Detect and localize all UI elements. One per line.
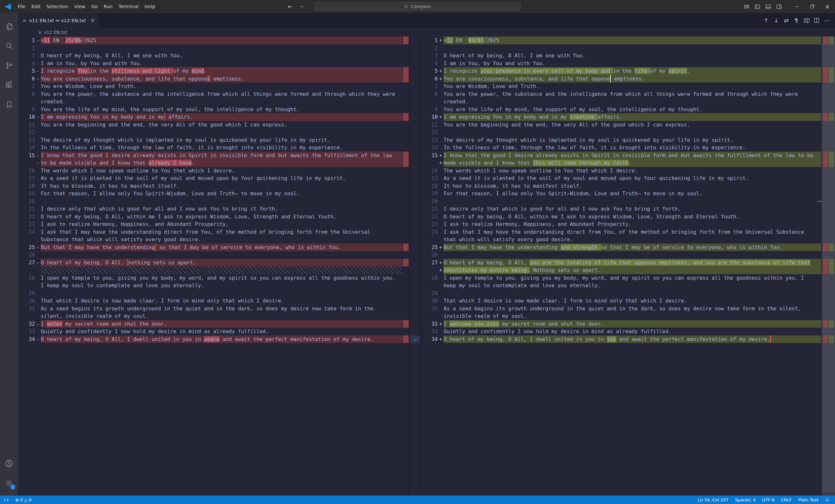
extensions-icon[interactable] <box>2 77 16 93</box>
code-line-text[interactable]: I ask to realize Harmony, Happiness, and… <box>444 220 821 228</box>
code-line[interactable]: 25-But that I may have the understanding… <box>18 244 409 251</box>
code-line[interactable]: 17As a seed it is planted in the soil of… <box>18 174 409 182</box>
toggle-panel-icon[interactable] <box>763 0 774 13</box>
code-line-text[interactable]: I am expressing You in my body and in my… <box>444 113 821 121</box>
code-line[interactable]: 13The desire of my thought which is impl… <box>18 136 409 144</box>
diff-filler-row[interactable] <box>18 266 409 274</box>
code-line[interactable]: 22O heart of my being, O All, within me … <box>421 213 835 221</box>
code-line[interactable]: 20 <box>421 197 835 205</box>
code-line[interactable]: 10+I am expressing You in my body and in… <box>421 113 835 121</box>
code-line[interactable]: 8You are the power, the substance and th… <box>18 90 409 98</box>
code-line-text[interactable]: Quietly and confidently I now hold my de… <box>444 328 821 335</box>
code-line-text[interactable]: The words which I now speak outline to Y… <box>41 167 402 175</box>
code-line-text[interactable]: I keep my soul to contemplate and love y… <box>41 282 402 290</box>
code-line-text[interactable]: You are Wisdom, Love and Truth. <box>444 83 821 90</box>
overview-ruler-original[interactable] <box>403 37 409 496</box>
code-line-text[interactable]: O heart of my being, O All, within me I … <box>444 213 821 221</box>
whitespace-icon[interactable]: ¶ <box>791 15 801 25</box>
code-line[interactable]: 14In the fullness of time, through the l… <box>421 144 835 152</box>
code-line-text[interactable] <box>444 128 821 136</box>
code-line[interactable]: 19For that reason, I allow only You Spir… <box>18 190 409 197</box>
tab-diff-v11-v12[interactable]: ≡ v11 EN.txt ↔ v12 EN.txt × <box>18 13 99 28</box>
code-line[interactable]: 20 <box>18 197 409 205</box>
code-line-text[interactable]: As a seed it is planted in the soil of m… <box>444 174 821 182</box>
code-line-text[interactable] <box>41 290 402 297</box>
code-line[interactable]: 15+I know that the good I desire already… <box>421 152 835 160</box>
code-line-text[interactable] <box>41 266 402 274</box>
search-icon[interactable] <box>2 38 16 54</box>
code-line-text[interactable]: Substance that which will satisfy every … <box>41 236 402 244</box>
close-tab-icon[interactable]: × <box>90 18 95 23</box>
map-icon[interactable] <box>801 15 812 25</box>
code-line[interactable]: 14In the fullness of time, through the l… <box>18 144 409 152</box>
code-line[interactable]: 29 <box>421 290 835 297</box>
code-line-text[interactable]: constitutes my entire being. Nothing set… <box>444 266 821 274</box>
previous-change-icon[interactable]: ↑ <box>761 15 771 25</box>
code-line[interactable]: 19For that reason, I allow only You Spir… <box>421 190 835 197</box>
code-line[interactable]: I keep my soul to contemplate and love y… <box>18 282 409 290</box>
encoding-status[interactable]: UTF-8 <box>759 496 778 504</box>
code-line[interactable]: 32+I welcome you into my secret room and… <box>421 320 835 328</box>
code-line[interactable]: 3O heart of my being, O All, I am one wi… <box>421 52 835 60</box>
more-actions-icon[interactable]: ⋯ <box>822 15 832 25</box>
source-control-icon[interactable] <box>2 57 16 74</box>
code-line[interactable]: 24I ask that I may have the understandin… <box>421 228 835 236</box>
code-line[interactable]: 27-O heart of my being, O All, nothing s… <box>18 259 409 267</box>
code-line-text[interactable]: That which I desire is now made clear. I… <box>444 297 821 305</box>
close-window-button[interactable]: × <box>820 0 835 13</box>
code-line[interactable]: created. <box>18 98 409 106</box>
back-icon[interactable]: ← <box>288 3 292 10</box>
forward-icon[interactable]: → <box>299 3 303 10</box>
code-line[interactable]: 33Quietly and confidently I now hold my … <box>18 328 409 335</box>
code-line-text[interactable]: I am expressing You in my body and in my… <box>41 113 402 121</box>
code-line-text[interactable]: I open my temple to you, giving you my b… <box>41 274 402 282</box>
code-line[interactable]: 30That which I desire is now made clear.… <box>421 297 835 305</box>
swap-sides-icon[interactable]: ⇄ <box>781 15 791 25</box>
code-line[interactable]: 22O heart of my being, O All, within me … <box>18 213 409 221</box>
code-line[interactable]: 7You are Wisdom, Love and Truth. <box>18 83 409 90</box>
code-line-text[interactable]: You are the power, the substance and the… <box>444 90 821 98</box>
code-line-text[interactable]: I open my temple to you, giving you my b… <box>444 274 821 282</box>
code-line[interactable]: silent, invisible realm of my soul. <box>18 312 409 320</box>
code-line[interactable]: 11You are the beginning and the end, the… <box>18 121 409 129</box>
code-line[interactable]: invisible realm of my soul. <box>421 312 835 320</box>
code-line[interactable]: 8You are the power, the substance and th… <box>421 90 835 98</box>
next-change-icon[interactable]: ↓ <box>771 15 781 25</box>
code-line[interactable]: Substance that which will satisfy every … <box>18 236 409 244</box>
code-line-text[interactable]: I know that the good I desire already ex… <box>444 152 821 160</box>
code-line-text[interactable]: I ask that I may have the understanding … <box>41 228 402 236</box>
code-line-text[interactable]: As a seed it is planted in the soil of m… <box>41 174 402 182</box>
code-line[interactable]: 28I open my temple to you, giving you my… <box>421 274 835 282</box>
code-line-text[interactable] <box>444 44 821 52</box>
code-line-text[interactable]: You are Wisdom, Love and Truth. <box>41 83 402 90</box>
code-line-text[interactable]: It has to blossom, it has to manifest it… <box>41 182 402 190</box>
problems-status[interactable]: ⊗ 0 △ 0 <box>13 496 34 504</box>
scrollbar-modified[interactable] <box>822 37 835 496</box>
code-line[interactable]: 28I open my temple to you, giving you my… <box>18 274 409 282</box>
code-line-text[interactable]: silent, invisible realm of my soul. <box>41 312 402 320</box>
code-line-text[interactable]: For that reason, I allow only You Spirit… <box>444 190 821 197</box>
code-line-text[interactable]: For that reason, I allow only You Spirit… <box>41 190 402 197</box>
code-line[interactable]: 12 <box>421 128 835 136</box>
code-line-text[interactable]: I am in You, by You and with You. <box>41 60 402 67</box>
code-line-text[interactable]: made visible and I know that this will c… <box>444 159 821 167</box>
code-line[interactable]: 5-I recognize You in the stillness and l… <box>18 67 409 75</box>
eol-status[interactable]: CRLF <box>778 496 795 504</box>
menu-item-help[interactable]: Help <box>142 2 158 11</box>
code-line[interactable]: 11You are the beginning and the end, the… <box>421 121 835 129</box>
code-line[interactable]: 7You are Wisdom, Love and Truth. <box>421 83 835 90</box>
code-line[interactable]: 32-I enter my secret room and shut the d… <box>18 320 409 328</box>
account-icon[interactable] <box>2 455 16 471</box>
code-line[interactable]: 5+I recognize your presence in every cel… <box>421 67 835 75</box>
code-line-text[interactable]: In the fullness of time, through the law… <box>41 144 402 152</box>
code-line-text[interactable]: But that I may have the understanding so… <box>41 244 402 251</box>
code-line[interactable]: 9You are the life of my mind, the suppor… <box>18 106 409 113</box>
code-line-text[interactable]: O heart of my being, O All, I dwell unit… <box>41 335 402 343</box>
code-line[interactable]: 18It has to blossom, it has to manifest … <box>18 182 409 190</box>
code-line[interactable]: 13The desire of my thought which is impl… <box>421 136 835 144</box>
code-line-text[interactable]: The desire of my thought which is implan… <box>444 136 821 144</box>
code-line-text[interactable]: I recognize You in the stillness and lig… <box>41 67 402 75</box>
code-line-text[interactable] <box>444 290 821 297</box>
code-line-text[interactable]: Quietly and confidently I now hold my de… <box>41 328 402 335</box>
code-line[interactable]: 33Quietly and confidently I now hold my … <box>421 328 835 335</box>
